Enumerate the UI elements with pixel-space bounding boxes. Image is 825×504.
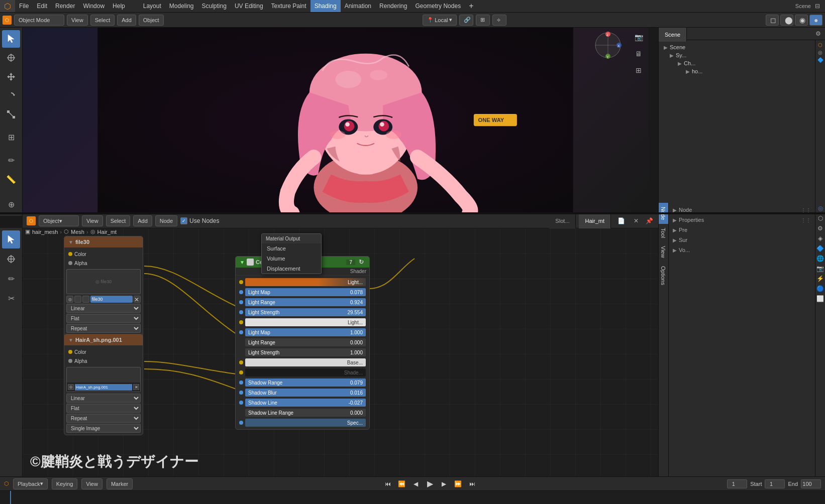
viewport-select-btn[interactable]: Select: [90, 15, 115, 26]
hair-projection-select[interactable]: Flat: [66, 404, 141, 413]
props-icon-8[interactable]: ⚡: [816, 275, 824, 282]
outliner-options-icon[interactable]: ⚙: [811, 28, 825, 40]
edit-menu[interactable]: Edit: [33, 0, 51, 12]
next-keyframe-btn[interactable]: ▶: [439, 479, 449, 489]
window-menu[interactable]: Window: [79, 0, 109, 12]
hair-filename[interactable]: HairA_sh.png.001: [75, 384, 132, 391]
measure-tool-btn[interactable]: 📏: [2, 171, 20, 188]
node-tab-hair[interactable]: Hair_mt: [579, 213, 611, 228]
playback-dropdown[interactable]: Playback ▾: [13, 478, 48, 489]
use-nodes-toggle[interactable]: ✓ Use Nodes: [180, 217, 219, 224]
tree-ho[interactable]: ▶ ho...: [662, 67, 822, 75]
use-nodes-checkbox[interactable]: ✓: [180, 217, 187, 224]
field-12[interactable]: Shadow Line -0.027: [245, 399, 366, 407]
props-icon-3[interactable]: ⚙: [817, 225, 823, 232]
workspace-tab-shading[interactable]: Shading: [311, 0, 341, 12]
viewport-shading-icon[interactable]: 🖥: [632, 47, 646, 61]
props-icon-9[interactable]: 🔵: [816, 285, 824, 292]
file30-icon-1[interactable]: ◎: [66, 296, 73, 303]
blender-logo[interactable]: ⬡: [0, 0, 15, 12]
timeline-track[interactable]: [0, 491, 825, 504]
scene-tab[interactable]: Scene: [659, 28, 687, 42]
props-tab-options[interactable]: Options: [659, 262, 668, 289]
viewport-view-btn[interactable]: View: [67, 15, 88, 26]
snap-icon[interactable]: 🔗: [459, 15, 473, 26]
mode-dropdown[interactable]: Object Mode: [14, 15, 64, 26]
file30-icon-2[interactable]: [74, 296, 81, 303]
extension-select[interactable]: Repeat: [66, 324, 141, 333]
field-11[interactable]: Shadow Blur 0.016: [245, 389, 366, 397]
workspace-tab-rendering[interactable]: Rendering: [375, 0, 411, 12]
props-tab-tool[interactable]: Tool: [659, 224, 668, 242]
hair-close-icon[interactable]: ✕: [133, 384, 139, 390]
cel-shader-node[interactable]: ▼ ◎ Cel Shader_gp 7 ↻ Shader Light...: [235, 256, 370, 430]
popup-volume-item[interactable]: Volume: [262, 254, 321, 264]
solid-btn[interactable]: ⬤: [780, 15, 793, 26]
keying-dropdown[interactable]: Keying: [52, 478, 78, 489]
next-frame-btn[interactable]: ⏩: [453, 479, 463, 489]
local-dropdown[interactable]: 📍 Local ▾: [423, 15, 457, 26]
field-7[interactable]: Light Strength 1.000: [245, 348, 366, 356]
viewport-3d[interactable]: ONE WAY Z X Y 📷 🖥 ⊞: [23, 28, 648, 213]
node-tab-slot[interactable]: Slot...: [549, 213, 576, 228]
hair-interpolation-select[interactable]: Linear: [66, 394, 141, 403]
world-icon-tab[interactable]: ◎: [818, 50, 822, 55]
file30-filename[interactable]: file30: [90, 296, 133, 303]
node-view-btn[interactable]: View: [82, 215, 103, 226]
help-menu[interactable]: Help: [109, 0, 129, 12]
field-2[interactable]: Light Range 0.924: [245, 298, 366, 306]
scene-icon-tab[interactable]: ⬡: [818, 42, 822, 48]
node-select-btn[interactable]: Select: [106, 215, 131, 226]
hair-source-select[interactable]: Single Image: [66, 424, 141, 433]
node-tab-new[interactable]: 📄: [614, 214, 628, 228]
props-icon-6[interactable]: 🌐: [816, 255, 824, 262]
node-cut-tool[interactable]: ✂: [2, 289, 20, 307]
end-frame-input[interactable]: [801, 479, 821, 488]
cel-shader-refresh[interactable]: ↻: [357, 258, 365, 266]
marker-btn[interactable]: Marker: [107, 478, 133, 489]
file30-close-icon[interactable]: ✕: [134, 296, 141, 303]
camera-view-icon[interactable]: 📷: [632, 30, 646, 44]
field-10[interactable]: Shadow Range 0.079: [245, 379, 366, 387]
cursor-tool-btn[interactable]: [2, 49, 20, 67]
workspace-tab-uv-editing[interactable]: UV Editing: [231, 0, 267, 12]
props-icon-4[interactable]: ◈: [818, 235, 822, 242]
workspace-tab-modeling[interactable]: Modeling: [165, 0, 198, 12]
rotate-tool-btn[interactable]: [2, 87, 20, 104]
popup-surface-item[interactable]: Surface: [262, 243, 321, 254]
window-collapse-icon[interactable]: ⊟: [815, 3, 820, 10]
hair-icon-1[interactable]: ◎: [68, 384, 74, 390]
vo-section-label[interactable]: ▶ Vo...: [673, 247, 811, 253]
node-annotate-tool[interactable]: ✏: [2, 270, 20, 288]
node-add-btn[interactable]: Add: [133, 215, 152, 226]
field-3[interactable]: Light Strength 29.554: [245, 308, 366, 316]
rendered-btn[interactable]: ●: [809, 15, 822, 26]
field-13[interactable]: Shadow Line Range 0.000: [245, 409, 366, 417]
node-node-btn[interactable]: Node: [155, 215, 177, 226]
add-workspace-button[interactable]: +: [465, 0, 477, 12]
field-6[interactable]: Light Range 0.000: [245, 338, 366, 346]
node-select-tool[interactable]: [2, 230, 20, 248]
transform-tool-btn[interactable]: ⊞: [2, 129, 20, 147]
props-icon-5[interactable]: 🔷: [816, 245, 824, 252]
gizmo-icon[interactable]: ⟡: [492, 15, 506, 26]
tree-scene[interactable]: ▶ Scene: [662, 43, 822, 51]
node-canvas[interactable]: ▼ file30 Color Alpha ◎ file30 ◎ file30 ✕: [23, 228, 658, 477]
workspace-tab-geometry-nodes[interactable]: Geometry Nodes: [411, 0, 465, 12]
field-5[interactable]: Light Map 1.000: [245, 328, 366, 336]
workspace-tab-animation[interactable]: Animation: [341, 0, 375, 12]
prev-keyframe-btn[interactable]: ◀: [411, 479, 421, 489]
file-menu[interactable]: File: [15, 0, 33, 12]
start-frame-input[interactable]: [765, 479, 785, 488]
node-pin-icon[interactable]: 📌: [644, 216, 654, 226]
add-object-btn[interactable]: ⊕: [2, 196, 20, 213]
workspace-tab-layout[interactable]: Layout: [139, 0, 165, 12]
viewport-nav-gizmo[interactable]: Z X Y: [593, 30, 623, 62]
node-cursor-tool[interactable]: [2, 250, 20, 268]
field-8[interactable]: Base...: [245, 358, 366, 366]
workspace-tab-texture-paint[interactable]: Texture Paint: [267, 0, 311, 12]
current-frame-input[interactable]: [727, 479, 747, 488]
annotate-tool-btn[interactable]: ✏: [2, 152, 20, 169]
panel-separator[interactable]: [0, 212, 825, 214]
material-output-popup[interactable]: Material Output Surface Volume Displacem…: [261, 233, 322, 274]
